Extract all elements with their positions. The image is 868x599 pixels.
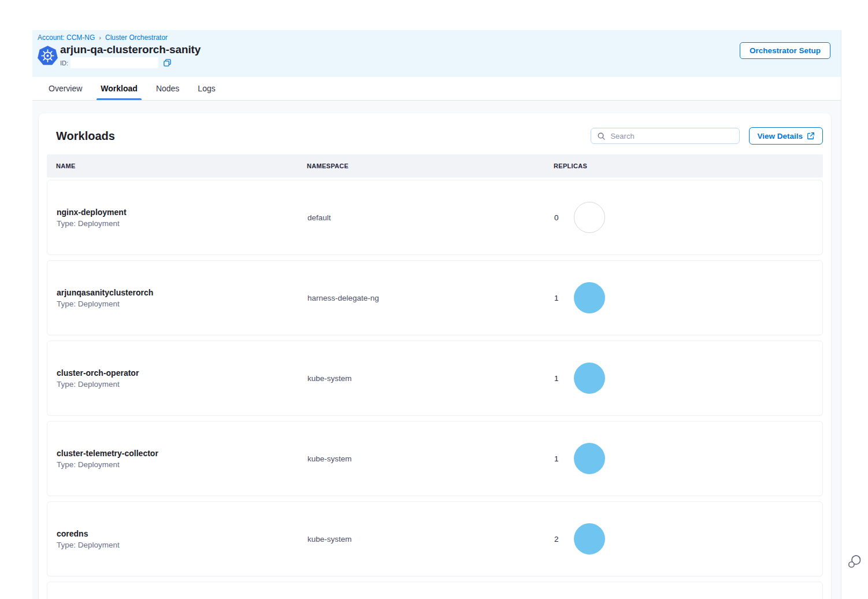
column-header-namespace: NAMESPACE: [307, 162, 554, 169]
column-header-replicas: REPLICAS: [554, 162, 823, 169]
workload-namespace: default: [307, 213, 554, 222]
workload-type: Type: Deployment: [57, 300, 307, 308]
table-row[interactable]: cluster-orch-operatorType: Deploymentkub…: [47, 341, 823, 416]
workload-namespace: kube-system: [307, 535, 554, 543]
workload-type: Type: Deployment: [57, 541, 307, 549]
replica-count: 1: [554, 294, 559, 302]
workload-name: cluster-orch-operator: [57, 368, 307, 378]
workload-namespace: harness-delegate-ng: [307, 294, 554, 302]
view-details-button[interactable]: View Details: [749, 127, 823, 145]
breadcrumb-section-link[interactable]: Cluster Orchestrator: [105, 34, 168, 42]
page-title: arjun-qa-clusterorch-sanity: [60, 43, 201, 56]
content-area: Workloads View Details: [32, 101, 841, 599]
table-row[interactable]: cluster-telemetry-collectorType: Deploym…: [47, 421, 823, 496]
chat-bubbles-icon[interactable]: [846, 553, 863, 570]
workload-type: Type: Deployment: [57, 219, 307, 228]
tab-logs[interactable]: Logs: [196, 77, 217, 100]
replica-count: 2: [554, 535, 559, 543]
replica-status-circle: [574, 282, 605, 313]
replica-count: 0: [554, 213, 559, 222]
replica-count: 1: [554, 374, 559, 383]
copy-icon[interactable]: [163, 58, 172, 67]
tab-nodes[interactable]: Nodes: [154, 77, 181, 100]
external-link-icon: [807, 132, 815, 140]
search-box[interactable]: [591, 128, 740, 144]
table-row[interactable]: arjunqasanityclusterorchType: Deployment…: [47, 260, 823, 335]
table-row[interactable]: corednsType: Deploymentkube-system2: [47, 501, 823, 576]
table-row[interactable]: [47, 582, 823, 599]
workload-type: Type: Deployment: [57, 460, 307, 469]
cluster-orchestrator-app: Account: CCM-NG › Cluster Orchestrator: [32, 30, 841, 599]
workloads-panel: Workloads View Details: [39, 113, 831, 599]
orchestrator-setup-button[interactable]: Orchestrator Setup: [740, 42, 830, 59]
workload-name: nginx-deployment: [57, 208, 307, 217]
workload-type: Type: Deployment: [57, 380, 307, 389]
table-header: NAME NAMESPACE REPLICAS: [47, 154, 823, 178]
search-input[interactable]: [610, 132, 733, 140]
workloads-title: Workloads: [56, 130, 115, 143]
table-row[interactable]: nginx-deploymentType: Deploymentdefault0: [47, 180, 823, 255]
kubernetes-icon: [38, 46, 58, 66]
replica-status-circle: [574, 523, 605, 554]
replica-status-circle: [574, 363, 605, 394]
replica-status-circle: [574, 202, 605, 233]
replica-count: 1: [554, 454, 559, 463]
workload-namespace: kube-system: [307, 454, 554, 463]
tab-bar: Overview Workload Nodes Logs: [32, 77, 841, 101]
breadcrumb-account-link[interactable]: Account: CCM-NG: [38, 34, 95, 42]
search-icon: [597, 132, 606, 140]
page-header: Account: CCM-NG › Cluster Orchestrator: [32, 30, 841, 77]
cluster-id-value-redacted: [71, 57, 158, 68]
tab-workload[interactable]: Workload: [99, 77, 139, 100]
tab-overview[interactable]: Overview: [47, 77, 84, 100]
replica-status-circle: [574, 443, 605, 474]
cluster-id-label: ID:: [60, 60, 68, 66]
breadcrumb-chevron-icon: ›: [99, 34, 101, 41]
workload-namespace: kube-system: [307, 374, 554, 383]
workload-name: cluster-telemetry-collector: [57, 449, 307, 458]
breadcrumb: Account: CCM-NG › Cluster Orchestrator: [38, 32, 830, 42]
workload-name: arjunqasanityclusterorch: [57, 288, 307, 297]
view-details-label: View Details: [757, 132, 803, 140]
column-header-name: NAME: [47, 162, 307, 169]
workloads-table-body: nginx-deploymentType: Deploymentdefault0…: [47, 180, 823, 599]
workload-name: coredns: [57, 529, 307, 538]
